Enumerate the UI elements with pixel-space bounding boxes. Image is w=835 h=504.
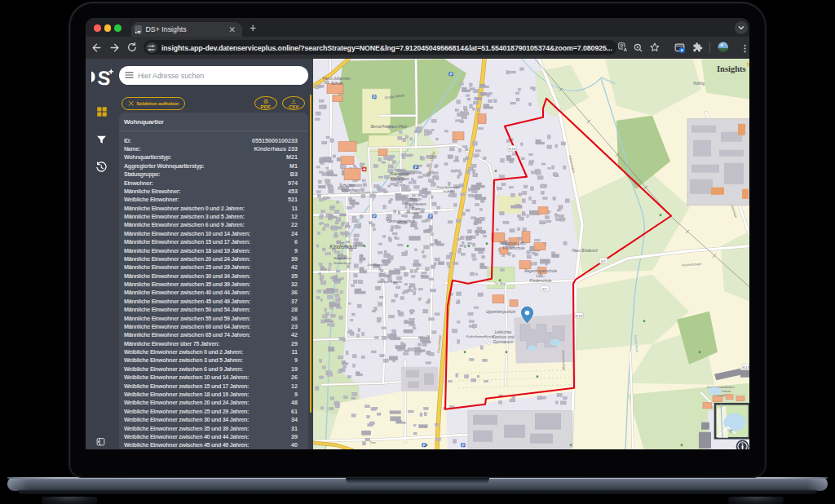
svg-text:P: P (422, 443, 425, 447)
svg-text:Katholinnenkloster: Katholinnenkloster (466, 334, 495, 338)
svg-text:Holling: Holling (693, 81, 705, 85)
svg-text:7er Weg: 7er Weg (494, 281, 506, 285)
svg-text:Gymnasium: Gymnasium (493, 339, 514, 343)
svg-text:P: P (429, 214, 431, 218)
svg-text:K13: K13 (576, 313, 582, 317)
svg-text:Kinderhaus: Kinderhaus (329, 243, 357, 249)
svg-text:Schule: Schule (444, 188, 454, 192)
svg-text:P: P (462, 443, 464, 447)
svg-text:Centrum und: Centrum und (493, 334, 515, 338)
svg-text:Förderschule: Förderschule (503, 245, 525, 250)
svg-text:P: P (414, 165, 417, 169)
svg-text:K13: K13 (509, 146, 515, 150)
svg-text:Jonningsplatz: Jonningsplatz (366, 262, 389, 266)
svg-text:S: S (137, 30, 141, 33)
svg-text:Haus Bröderich: Haus Bröderich (572, 248, 598, 252)
svg-text:Bernd-Feldhaus-Platz: Bernd-Feldhaus-Platz (371, 124, 408, 128)
svg-text:Hanns-: Hanns- (410, 197, 422, 201)
svg-text:P: P (373, 95, 375, 99)
svg-text:Regenbogenschule: Regenbogenschule (524, 268, 557, 272)
svg-text:Kinderhaus: Kinderhaus (390, 176, 409, 180)
svg-text:Bürgerhaus: Bürgerhaus (334, 255, 352, 259)
svg-text:Helsinkistraße: Helsinkistraße (404, 210, 424, 214)
svg-text:Schule: Schule (331, 81, 342, 85)
svg-text:Wienhausen-: Wienhausen- (404, 201, 426, 206)
svg-text:Lettisches: Lettisches (495, 329, 512, 334)
svg-text:P: P (373, 214, 375, 218)
svg-text:Markus Kapelle: Markus Kapelle (378, 279, 403, 283)
svg-text:Trev: Trev (369, 440, 376, 444)
svg-text:Schulzentrum: Schulzentrum (339, 183, 362, 187)
svg-text:K7: K7 (542, 286, 547, 290)
svg-text:Uppenbergschule: Uppenbergschule (486, 309, 515, 313)
svg-text:K13: K13 (743, 365, 749, 369)
svg-text:Papst-Johannes-: Papst-Johannes- (323, 76, 351, 80)
svg-text:LWL-: LWL- (537, 273, 546, 277)
svg-text:Waldschule: Waldschule (390, 171, 409, 175)
svg-text:P: P (449, 72, 452, 76)
svg-text:DS+: DS+ (747, 62, 749, 66)
svg-text:K7: K7 (601, 259, 606, 263)
svg-text:Gertrudenschule: Gertrudenschule (387, 219, 415, 223)
svg-text:Insights: Insights (717, 64, 746, 73)
svg-text:Kinderhaus: Kinderhaus (334, 260, 351, 264)
svg-text:S: S (97, 67, 112, 87)
svg-text:Irisschule LWL-: Irisschule LWL- (501, 241, 527, 245)
svg-text:Förderschule: Förderschule (530, 278, 552, 282)
